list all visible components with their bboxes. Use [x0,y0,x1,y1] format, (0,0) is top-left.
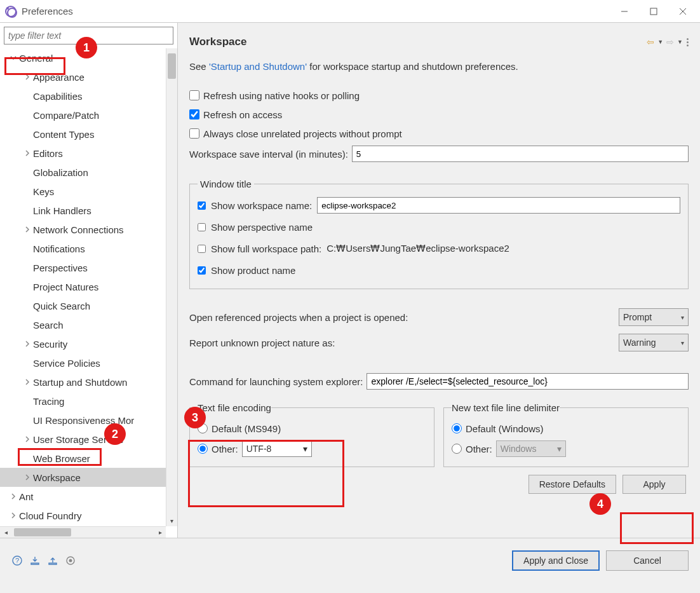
tree-item-label: UI Responsiveness Mor [33,415,134,426]
kebab-menu-icon[interactable] [687,38,689,46]
apply-button[interactable]: Apply [623,475,686,494]
show-ws-name-checkbox[interactable] [198,201,206,210]
sidebar: GeneralAppearanceCapabilitiesCompare/Pat… [0,23,178,538]
show-product-checkbox[interactable] [198,266,206,275]
tree-item[interactable]: Service Policies [0,353,166,372]
tree-item-label: Capabilities [33,91,83,102]
encoding-default-radio[interactable] [198,423,208,433]
preferences-tree[interactable]: GeneralAppearanceCapabilitiesCompare/Pat… [0,48,166,526]
chevron-right-icon [23,301,32,310]
always-close-label: Always close unrelated projects without … [203,128,402,139]
content-pane: Workspace ⇦ ▼ ⇨ ▼ See 'Startup and Shutd… [178,23,700,538]
chevron-right-icon [23,168,32,177]
import-icon[interactable] [29,555,41,566]
explorer-cmd-input[interactable] [367,373,689,390]
tree-item-label: Notifications [33,243,85,254]
tree-item[interactable]: Security [0,334,166,353]
tree-item[interactable]: Startup and Shutdown [0,372,166,392]
close-button[interactable] [668,1,697,22]
tree-item[interactable]: User Storage Service [0,430,166,449]
window-title: Preferences [22,6,73,17]
tree-item-label: Keys [33,186,54,197]
tree-item[interactable]: Tracing [0,392,166,411]
tree-item-label: User Storage Service [33,434,124,445]
export-icon[interactable] [47,555,58,566]
tree-item[interactable]: Web Browser [0,449,166,468]
tree-item[interactable]: Compare/Patch [0,106,166,125]
tree-item-label: Network Connections [33,224,124,235]
save-interval-label: Workspace save interval (in minutes): [189,149,348,160]
tree-item[interactable]: Project Natures [0,277,166,296]
horizontal-scrollbar[interactable]: ◂▸ [0,526,166,538]
refresh-native-checkbox[interactable] [189,90,199,100]
minimize-button[interactable] [610,1,639,22]
tree-item[interactable]: General [0,48,166,67]
restore-defaults-button[interactable]: Restore Defaults [528,475,616,494]
tree-item[interactable]: Content Types [0,125,166,144]
tree-item[interactable]: Appearance [0,67,166,86]
startup-shutdown-link[interactable]: 'Startup and Shutdown' [209,61,307,72]
tree-item-label: Cloud Foundry [19,510,81,521]
save-interval-input[interactable] [352,146,689,162]
tree-item[interactable]: UI Responsiveness Mor [0,411,166,430]
tree-item-label: Search [33,320,64,331]
delimiter-other-radio[interactable] [452,444,462,454]
refresh-access-label: Refresh on access [203,109,282,120]
tree-item[interactable]: Capabilities [0,86,166,106]
svg-rect-1 [650,8,657,15]
delimiter-other-combo[interactable]: Windows▾ [496,440,566,457]
back-icon[interactable]: ⇦ [645,37,656,47]
tree-item[interactable]: Quick Search [0,296,166,315]
tree-item[interactable]: Notifications [0,239,166,258]
tree-item-label: Globalization [33,167,88,178]
tree-item-label: Service Policies [33,358,100,369]
always-close-checkbox[interactable] [189,128,199,139]
show-product-label: Show product name [211,265,295,276]
help-icon[interactable]: ? [11,555,23,566]
tree-item-label: Project Natures [33,282,98,292]
dialog-footer: ? Apply and Close Cancel [0,538,700,582]
open-referenced-select[interactable]: Prompt▾ [619,308,689,326]
tree-item[interactable]: Globalization [0,163,166,182]
forward-menu-icon[interactable]: ▼ [677,39,683,45]
chevron-right-icon [23,473,32,482]
chevron-right-icon [23,454,32,463]
tree-item[interactable]: Perspectives [0,258,166,277]
show-perspective-checkbox[interactable] [198,223,206,231]
chevron-right-icon [23,72,32,81]
tree-item[interactable]: Link Handlers [0,201,166,220]
ws-name-input[interactable] [317,197,680,214]
tree-item-label: Workspace [33,472,81,483]
page-toolbar: ⇦ ▼ ⇨ ▼ [645,37,689,47]
record-icon[interactable] [65,555,76,566]
delimiter-group: New text file line delimiter Default (Wi… [443,402,689,467]
report-nature-select[interactable]: Warning▾ [619,334,689,351]
svg-text:?: ? [15,557,19,564]
chevron-right-icon [23,358,32,367]
encoding-other-radio[interactable] [198,444,208,454]
apply-and-close-button[interactable]: Apply and Close [512,550,600,571]
vertical-scrollbar[interactable]: ▴▾ [166,48,177,526]
refresh-access-checkbox[interactable] [189,109,199,119]
tree-item[interactable]: Cloud Foundry [0,506,166,525]
forward-icon[interactable]: ⇨ [664,37,676,47]
tree-item[interactable]: Workspace [0,468,166,487]
tree-item-label: Web Browser [33,453,90,464]
delimiter-default-radio[interactable] [452,423,462,433]
chevron-right-icon [23,187,32,196]
refresh-native-label: Refresh using native hooks or polling [203,90,360,101]
tree-item[interactable]: Editors [0,144,166,163]
tree-item-label: Editors [33,148,63,159]
chevron-right-icon [23,244,32,253]
tree-item[interactable]: Search [0,315,166,334]
maximize-button[interactable] [639,1,668,22]
tree-item[interactable]: Keys [0,182,166,201]
chevron-right-icon [9,492,18,501]
show-full-path-checkbox[interactable] [198,245,206,253]
cancel-button[interactable]: Cancel [606,550,689,571]
tree-item[interactable]: Network Connections [0,220,166,239]
filter-input[interactable] [4,27,173,44]
tree-item[interactable]: Ant [0,487,166,506]
encoding-other-combo[interactable]: UTF-8▾ [242,440,312,457]
back-menu-icon[interactable]: ▼ [657,39,663,45]
